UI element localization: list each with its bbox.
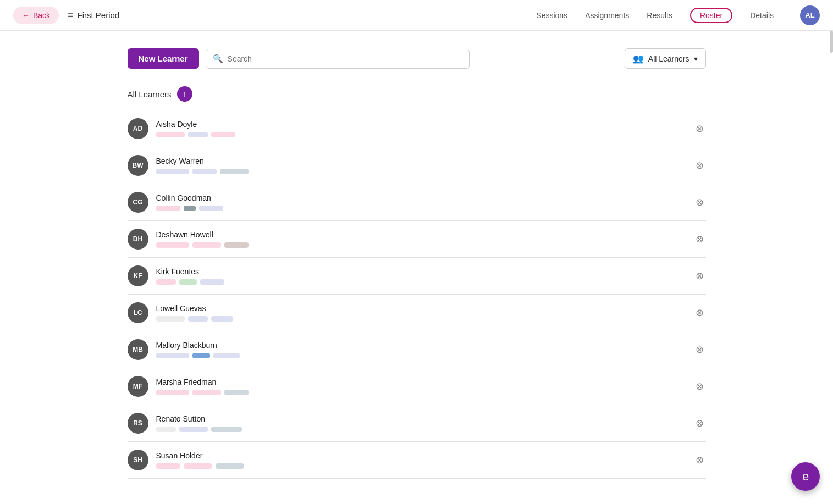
learner-tags	[156, 242, 686, 248]
remove-learner-button[interactable]: ⊗	[693, 194, 706, 211]
tag-pill	[156, 132, 185, 137]
section-header: All Learners ↑	[128, 86, 706, 106]
search-icon: 🔍	[213, 54, 223, 64]
nav-results[interactable]: Results	[647, 9, 672, 22]
learner-tags	[156, 279, 686, 285]
tag-pill	[156, 390, 189, 395]
learner-name: Mallory Blackburn	[156, 341, 686, 350]
search-container: 🔍	[206, 49, 470, 69]
all-learners-label: All Learners	[648, 54, 689, 63]
learner-avatar: RS	[128, 413, 148, 434]
top-navigation: ← Back ≡ First Period Sessions Assignmen…	[0, 0, 833, 31]
back-button[interactable]: ← Back	[13, 7, 59, 24]
learner-row: MFMarsha Friedman⊗	[128, 368, 706, 405]
toolbar: New Learner 🔍 👥 All Learners ▾	[128, 48, 706, 69]
tag-pill	[156, 242, 189, 248]
learner-avatar: SH	[128, 450, 148, 470]
all-learners-filter-button[interactable]: 👥 All Learners ▾	[625, 48, 706, 69]
learner-name: Collin Goodman	[156, 193, 686, 202]
learner-tags	[156, 132, 686, 137]
tag-pill	[211, 132, 235, 137]
tag-pill	[192, 242, 221, 248]
remove-learner-button[interactable]: ⊗	[693, 268, 706, 284]
learner-info: Becky Warren	[156, 157, 686, 174]
tag-pill	[200, 279, 224, 285]
period-icon: ≡	[68, 10, 73, 20]
learner-name: Marsha Friedman	[156, 378, 686, 386]
learner-avatar: AD	[128, 118, 148, 139]
learner-tags	[156, 316, 686, 322]
remove-learner-button[interactable]: ⊗	[693, 341, 706, 358]
learner-tags	[156, 390, 686, 395]
learner-tags	[156, 427, 686, 432]
remove-learner-button[interactable]: ⊗	[693, 415, 706, 431]
learner-name: Deshawn Howell	[156, 230, 686, 239]
remove-learner-button[interactable]: ⊗	[693, 304, 706, 321]
learner-tags	[156, 206, 686, 211]
nav-assignments[interactable]: Assignments	[585, 9, 629, 22]
learner-avatar: CG	[128, 192, 148, 213]
remove-learner-button[interactable]: ⊗	[693, 157, 706, 174]
learner-avatar: KF	[128, 265, 148, 286]
learner-info: Collin Goodman	[156, 193, 686, 211]
nav-roster[interactable]: Roster	[690, 8, 732, 23]
group-icon: 👥	[633, 53, 644, 64]
tag-pill	[213, 353, 240, 358]
tag-pill	[156, 353, 189, 358]
chat-fab-button[interactable]: e	[791, 462, 820, 491]
learner-info: Mallory Blackburn	[156, 341, 686, 358]
back-arrow-icon: ←	[22, 11, 30, 20]
back-label: Back	[33, 11, 50, 20]
nav-details[interactable]: Details	[750, 9, 774, 22]
remove-learner-button[interactable]: ⊗	[693, 120, 706, 137]
learner-tags	[156, 169, 686, 174]
tag-pill	[211, 316, 233, 322]
tag-pill	[156, 427, 176, 432]
period-name: First Period	[77, 10, 119, 20]
learner-row: KFKirk Fuentes⊗	[128, 258, 706, 295]
tag-pill	[224, 242, 249, 248]
chevron-down-icon: ▾	[694, 54, 698, 63]
learner-row: SHSusan Holder⊗	[128, 442, 706, 479]
tag-pill	[211, 427, 242, 432]
tag-pill	[156, 279, 176, 285]
learner-name: Renato Sutton	[156, 414, 686, 423]
new-learner-button[interactable]: New Learner	[128, 48, 199, 69]
scrollbar	[830, 31, 833, 53]
remove-learner-button[interactable]: ⊗	[693, 378, 706, 395]
nav-sessions[interactable]: Sessions	[536, 9, 567, 22]
learner-avatar: BW	[128, 155, 148, 176]
tag-pill	[188, 316, 208, 322]
learner-row: DHDeshawn Howell⊗	[128, 221, 706, 258]
learner-info: Deshawn Howell	[156, 230, 686, 248]
nav-links: Sessions Assignments Results Roster Deta…	[536, 5, 820, 25]
remove-learner-button[interactable]: ⊗	[693, 231, 706, 247]
main-content: New Learner 🔍 👥 All Learners ▾ All Learn…	[114, 31, 719, 496]
tag-pill	[216, 463, 244, 469]
tag-pill	[179, 427, 208, 432]
learner-name: Kirk Fuentes	[156, 267, 686, 276]
user-avatar[interactable]: AL	[800, 5, 820, 25]
tag-pill	[184, 206, 196, 211]
tag-pill	[188, 132, 208, 137]
learner-avatar: MB	[128, 339, 148, 360]
learner-info: Marsha Friedman	[156, 378, 686, 395]
remove-learner-button[interactable]: ⊗	[693, 452, 706, 468]
tag-pill	[156, 316, 185, 322]
learner-row: LCLowell Cuevas⊗	[128, 295, 706, 331]
tag-pill	[199, 206, 223, 211]
learner-info: Susan Holder	[156, 451, 686, 469]
learner-info: Lowell Cuevas	[156, 304, 686, 322]
learner-info: Aisha Doyle	[156, 120, 686, 137]
learner-row: RSRenato Sutton⊗	[128, 405, 706, 442]
learner-info: Renato Sutton	[156, 414, 686, 432]
learner-info: Kirk Fuentes	[156, 267, 686, 285]
search-input[interactable]	[228, 54, 462, 63]
tag-pill	[156, 206, 180, 211]
tag-pill	[192, 390, 221, 395]
learner-name: Lowell Cuevas	[156, 304, 686, 313]
learner-name: Aisha Doyle	[156, 120, 686, 129]
learner-avatar: DH	[128, 229, 148, 250]
period-label: ≡ First Period	[68, 10, 119, 20]
sort-button[interactable]: ↑	[177, 86, 192, 102]
